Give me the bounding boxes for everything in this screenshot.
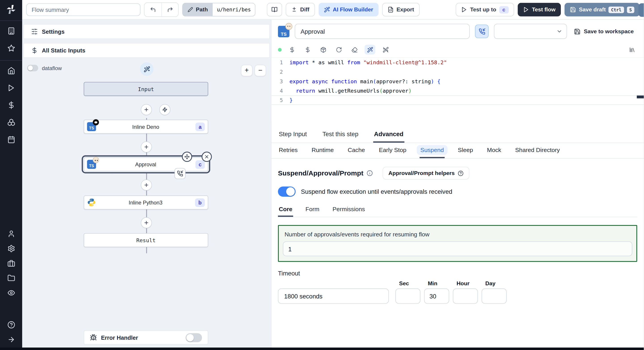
error-handler-toggle[interactable] — [186, 333, 202, 342]
tab-core[interactable]: Core — [278, 202, 293, 217]
step-name-input[interactable] — [295, 24, 470, 39]
sidebar-collapse-icon[interactable] — [4, 332, 18, 347]
subtab-runtime[interactable]: Runtime — [311, 143, 334, 158]
ai-wand-button[interactable] — [140, 62, 154, 76]
package-icon[interactable] — [318, 45, 328, 54]
docs-button[interactable] — [267, 3, 282, 16]
sidebar-item-resources[interactable] — [4, 115, 18, 130]
subtab-sleep[interactable]: Sleep — [457, 143, 474, 158]
suspend-toggle-label: Suspend flow execution until events/appr… — [301, 188, 452, 195]
suspend-title: Suspend/Approval/Prompt — [278, 169, 373, 177]
zoom-out-button[interactable]: − — [254, 65, 266, 76]
add-step-button[interactable] — [141, 141, 152, 153]
flow-settings-row[interactable]: Settings — [24, 24, 270, 39]
hour-label: Hour — [453, 280, 478, 287]
suspend-phone-button[interactable] — [475, 24, 488, 38]
subtab-cache[interactable]: Cache — [347, 143, 366, 158]
redo-button[interactable] — [162, 3, 178, 16]
timeout-sec-input[interactable] — [395, 289, 420, 304]
test-flow-button[interactable]: Test flow — [518, 3, 561, 16]
subtab-mock[interactable]: Mock — [486, 143, 502, 158]
suspend-phone-badge[interactable] — [174, 168, 186, 179]
static-inputs-icon[interactable] — [287, 45, 298, 54]
format-eraser-icon[interactable] — [349, 45, 360, 54]
sidebar-item-home[interactable] — [4, 63, 18, 78]
code-line[interactable]: 4 return wmill.getResumeUrls(approver) — [272, 86, 644, 96]
windmill-logo-icon[interactable] — [6, 4, 16, 15]
zoom-in-button[interactable]: + — [241, 65, 252, 76]
flow-canvas[interactable]: dataflow + − Input TS Inline Deno a — [22, 61, 271, 350]
wand-icon — [144, 66, 150, 72]
all-static-inputs-row[interactable]: All Static Inputs — [24, 43, 270, 58]
dataflow-toggle[interactable] — [27, 65, 38, 71]
export-button[interactable]: Export — [382, 3, 420, 16]
timeout-day-input[interactable] — [482, 289, 507, 304]
subtab-suspend[interactable]: Suspend — [420, 143, 444, 158]
subtab-shared-directory[interactable]: Shared Directory — [514, 143, 560, 158]
add-step-button[interactable] — [141, 104, 152, 115]
code-line[interactable]: 1import * as wmill from "windmill-client… — [272, 58, 644, 67]
sidebar-item-favorites[interactable] — [4, 41, 18, 55]
sidebar-item-workspace[interactable] — [4, 23, 18, 38]
save-to-workspace-button[interactable]: Save to workspace — [574, 28, 634, 35]
move-step-button[interactable] — [182, 152, 192, 162]
node-inline-python3[interactable]: Inline Python3 b — [84, 195, 208, 209]
flow-summary-input[interactable] — [26, 3, 140, 16]
info-icon[interactable] — [367, 170, 373, 176]
timeout-min-input[interactable] — [424, 289, 449, 304]
edit-path-button[interactable]: Path — [183, 3, 213, 16]
sidebar-item-folders[interactable] — [4, 271, 18, 285]
node-input[interactable]: Input — [84, 82, 208, 96]
code-lines: 1import * as wmill from "windmill-client… — [272, 58, 644, 105]
tab-advanced[interactable]: Advanced — [373, 127, 404, 143]
undo-button[interactable] — [144, 3, 161, 16]
delete-step-button[interactable] — [202, 152, 212, 162]
sidebar-item-workers[interactable] — [4, 256, 18, 271]
library-icon[interactable] — [626, 45, 637, 54]
save-draft-button[interactable]: Save draftCtrlS — [564, 3, 640, 16]
diff-button[interactable]: Diff — [286, 3, 314, 16]
sidebar-item-help[interactable] — [4, 317, 18, 332]
timeout-total-input[interactable] — [278, 289, 389, 304]
reload-icon[interactable] — [334, 45, 344, 54]
sidebar-item-schedules[interactable] — [4, 132, 18, 147]
error-handler-row[interactable]: Error Handler — [84, 330, 208, 345]
code-line[interactable]: 2 — [272, 67, 644, 77]
tab-step-input[interactable]: Step Input — [278, 127, 308, 143]
editor-scroll-indicator[interactable] — [637, 96, 644, 98]
typescript-deno-icon: TS — [87, 122, 96, 131]
ai-flow-builder-button[interactable]: AI Flow Builder — [318, 3, 378, 16]
node-inline-deno[interactable]: TS Inline Deno a — [84, 120, 208, 134]
kbd-s: S — [627, 6, 634, 13]
path-value[interactable]: u/henri/bes — [213, 3, 255, 16]
approvals-required-input[interactable] — [283, 241, 632, 256]
suspend-toggle[interactable] — [278, 186, 296, 197]
add-step-button[interactable] — [141, 217, 152, 228]
subtab-retries[interactable]: Retries — [278, 143, 298, 158]
subtab-early-stop[interactable]: Early Stop — [378, 143, 407, 158]
code-line[interactable]: 3export async function main(approver?: s… — [272, 77, 644, 86]
variables-icon[interactable] — [302, 45, 313, 54]
tab-form[interactable]: Form — [304, 202, 320, 217]
code-line[interactable]: 5} — [272, 96, 644, 105]
step-tabs: Step Input Test this step Advanced — [272, 127, 644, 143]
approval-prompt-helpers-button[interactable]: Approval/Prompt helpers — [382, 167, 469, 179]
sidebar-item-runs[interactable] — [4, 80, 18, 95]
add-step-button[interactable] — [141, 179, 152, 191]
sidebar-item-users[interactable] — [4, 226, 18, 241]
timeout-hour-input[interactable] — [453, 289, 478, 304]
undo-redo-group — [144, 2, 178, 17]
script-version-select[interactable] — [494, 24, 567, 39]
tab-test-this-step[interactable]: Test this step — [322, 127, 359, 143]
add-trigger-button[interactable] — [159, 104, 170, 115]
deploy-button-partial[interactable] — [638, 3, 644, 17]
code-editor[interactable]: 1import * as wmill from "windmill-client… — [272, 57, 644, 122]
sidebar-item-settings[interactable] — [4, 241, 18, 256]
sidebar-item-audit-logs[interactable] — [4, 285, 18, 300]
tab-permissions[interactable]: Permissions — [332, 202, 366, 217]
ai-off-icon[interactable] — [380, 45, 391, 54]
sidebar-item-variables[interactable] — [4, 98, 18, 112]
ai-assistant-icon[interactable] — [364, 45, 375, 54]
node-result[interactable]: Result — [84, 233, 208, 247]
test-up-to-button[interactable]: Test up toc — [456, 3, 514, 16]
